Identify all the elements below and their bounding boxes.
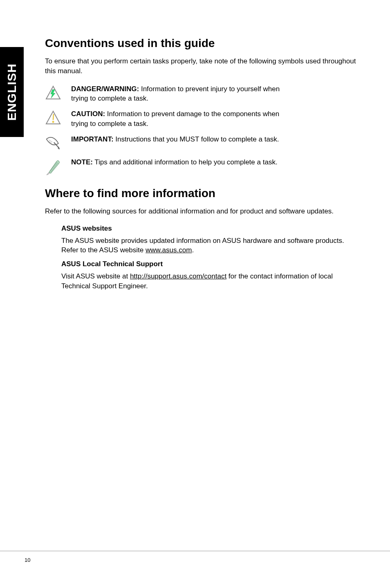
asus-websites-after: . bbox=[192, 246, 194, 254]
important-row: IMPORTANT: Instructions that you MUST fo… bbox=[45, 135, 357, 152]
asus-websites-text: The ASUS website provides updated inform… bbox=[61, 236, 357, 256]
caution-icon bbox=[45, 109, 61, 126]
asus-websites-block: ASUS websites The ASUS website provides … bbox=[61, 224, 357, 291]
danger-warning-text: DANGER/WARNING: Information to prevent i… bbox=[71, 84, 284, 104]
important-label: IMPORTANT: bbox=[71, 135, 114, 143]
section-heading-conventions: Conventions used in this guide bbox=[45, 37, 357, 50]
caution-row: CAUTION: Information to prevent damage t… bbox=[45, 109, 357, 129]
page-content: Conventions used in this guide To ensure… bbox=[0, 0, 390, 291]
asus-websites-link[interactable]: www.asus.com bbox=[146, 246, 192, 254]
language-tab-label: ENGLISH bbox=[5, 63, 19, 121]
note-body: Tips and additional information to help … bbox=[93, 158, 278, 166]
important-icon bbox=[45, 135, 61, 152]
caution-label: CAUTION: bbox=[71, 110, 105, 118]
note-label: NOTE: bbox=[71, 158, 93, 166]
section-more-info: Where to find more information Refer to … bbox=[45, 187, 357, 291]
local-support-before: Visit ASUS website at bbox=[61, 272, 130, 280]
local-support-heading: ASUS Local Technical Support bbox=[61, 260, 357, 268]
local-support-link[interactable]: http://support.asus.com/contact bbox=[130, 272, 226, 280]
page-footer: 10 bbox=[0, 551, 390, 563]
moreinfo-intro: Refer to the following sources for addit… bbox=[45, 206, 357, 216]
important-body: Instructions that you MUST follow to com… bbox=[114, 135, 279, 143]
note-row: NOTE: Tips and additional information to… bbox=[45, 157, 357, 176]
local-support-text: Visit ASUS website at http://support.asu… bbox=[61, 272, 357, 291]
danger-label: DANGER/WARNING: bbox=[71, 85, 139, 93]
asus-websites-heading: ASUS websites bbox=[61, 224, 357, 233]
language-tab: ENGLISH bbox=[0, 47, 24, 137]
important-text: IMPORTANT: Instructions that you MUST fo… bbox=[71, 135, 279, 144]
danger-warning-row: DANGER/WARNING: Information to prevent i… bbox=[45, 84, 357, 104]
note-text: NOTE: Tips and additional information to… bbox=[71, 157, 278, 167]
note-icon bbox=[45, 157, 61, 176]
asus-websites-before: The ASUS website provides updated inform… bbox=[61, 237, 344, 254]
caution-text: CAUTION: Information to prevent damage t… bbox=[71, 109, 284, 129]
conventions-intro: To ensure that you perform certain tasks… bbox=[45, 56, 357, 76]
danger-icon bbox=[45, 84, 61, 101]
section-heading-moreinfo: Where to find more information bbox=[45, 187, 357, 200]
svg-point-2 bbox=[52, 121, 54, 123]
page-number: 10 bbox=[25, 557, 30, 563]
